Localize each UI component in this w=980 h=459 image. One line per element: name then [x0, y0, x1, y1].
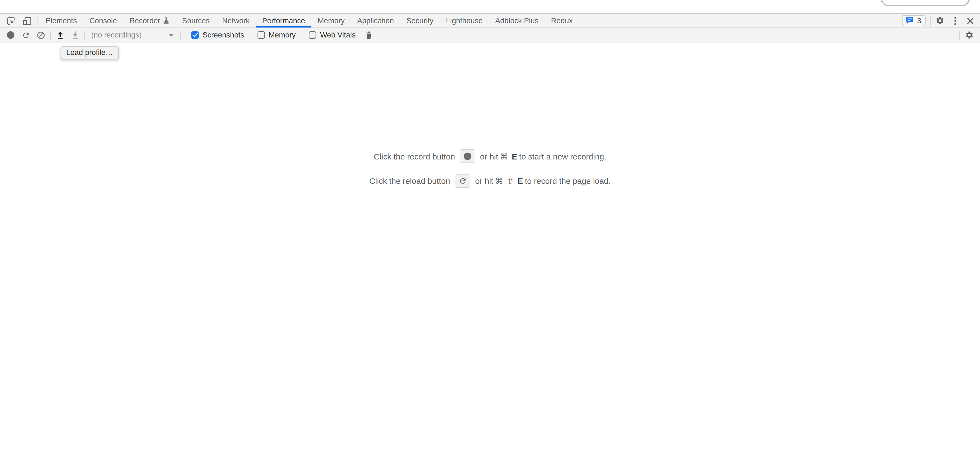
clear-recording-button[interactable] — [33, 28, 48, 42]
inspect-element-button[interactable] — [2, 14, 19, 27]
recordings-select-value: (no recordings) — [91, 30, 142, 39]
performance-toolbar: (no recordings) Screenshots Memory Web V… — [0, 28, 980, 43]
page-top-strip — [0, 0, 980, 13]
empty-state-instructions: Click the record button or hit ⌘ E to st… — [0, 149, 980, 201]
tab-label: Memory — [318, 16, 345, 25]
checkbox-label: Web Vitals — [320, 30, 355, 39]
load-profile-tooltip: Load profile… — [61, 46, 119, 59]
key-e: E — [512, 151, 517, 161]
record-icon — [7, 31, 14, 38]
shift-key-symbol: ⇧ — [507, 176, 514, 185]
close-icon — [967, 17, 974, 24]
gear-icon — [965, 30, 974, 39]
close-devtools-button[interactable] — [963, 14, 978, 27]
tab-label: Sources — [182, 16, 210, 25]
tab-label: Redux — [551, 16, 573, 25]
kebab-menu-icon — [954, 17, 956, 25]
tab-label: Security — [406, 16, 433, 25]
tab-memory[interactable]: Memory — [312, 14, 351, 27]
inspect-cursor-icon — [6, 16, 15, 25]
experiment-flask-icon — [164, 17, 170, 24]
screenshots-checkbox[interactable]: Screenshots — [188, 30, 244, 39]
settings-button[interactable] — [932, 14, 947, 27]
separator — [180, 30, 180, 40]
separator — [84, 30, 85, 40]
more-options-button[interactable] — [947, 14, 963, 27]
main-tabbar: Elements Console Recorder Sources Networ… — [0, 13, 980, 28]
garbage-collect-button[interactable] — [361, 28, 376, 42]
tab-application[interactable]: Application — [351, 14, 400, 27]
checkbox-label: Screenshots — [203, 30, 244, 39]
tab-redux[interactable]: Redux — [545, 14, 579, 27]
tab-security[interactable]: Security — [400, 14, 440, 27]
device-toolbar-icon — [22, 16, 32, 25]
save-profile-button[interactable] — [68, 28, 83, 42]
tab-performance[interactable]: Performance — [256, 14, 312, 27]
download-icon — [71, 31, 79, 39]
recordings-select[interactable]: (no recordings) — [87, 30, 178, 39]
reload-and-record-button[interactable] — [18, 28, 33, 42]
memory-checkbox[interactable]: Memory — [253, 30, 296, 39]
tab-label: Elements — [46, 16, 77, 25]
web-vitals-checkbox[interactable]: Web Vitals — [305, 30, 356, 39]
upload-icon — [56, 31, 64, 39]
chevron-down-icon — [169, 33, 173, 37]
instruction-text: or hit — [480, 151, 498, 161]
cmd-key-symbol: ⌘ — [495, 176, 503, 185]
separator — [959, 30, 960, 40]
tab-lighthouse[interactable]: Lighthouse — [440, 14, 489, 27]
tab-label: Recorder — [129, 16, 160, 25]
tab-sources[interactable]: Sources — [176, 14, 216, 27]
tabbar-right-controls: 3 — [902, 14, 978, 27]
inline-reload-button[interactable] — [456, 174, 469, 187]
instruction-text: to start a new recording. — [519, 151, 606, 161]
issues-counter-button[interactable]: 3 — [902, 15, 926, 26]
tab-adblock-plus[interactable]: Adblock Plus — [489, 14, 545, 27]
partial-popup-pill — [881, 0, 970, 6]
perf-toolbar-right — [958, 28, 977, 42]
tab-label: Performance — [262, 16, 305, 25]
instruction-text: to record the page load. — [525, 176, 611, 185]
tooltip-text: Load profile… — [66, 48, 113, 57]
tab-label: Console — [89, 16, 117, 25]
checkbox-unchecked-icon — [257, 31, 265, 38]
tab-elements[interactable]: Elements — [40, 14, 83, 27]
tab-label: Network — [222, 16, 250, 25]
trash-icon — [365, 31, 372, 39]
instruction-text: Click the reload button — [369, 176, 450, 185]
record-icon — [464, 153, 471, 160]
key-e: E — [518, 176, 523, 185]
tab-console[interactable]: Console — [83, 14, 123, 27]
load-profile-button[interactable] — [52, 28, 68, 42]
record-instruction-row: Click the record button or hit ⌘ E to st… — [374, 149, 606, 164]
gear-icon — [936, 16, 945, 25]
reload-instruction-row: Click the reload button or hit ⌘ ⇧ E to … — [369, 173, 611, 188]
issues-count: 3 — [917, 16, 921, 25]
reload-icon — [458, 177, 467, 185]
record-button[interactable] — [3, 28, 18, 42]
separator — [37, 16, 37, 25]
separator — [50, 30, 51, 40]
performance-panel-content: Click the record button or hit ⌘ E to st… — [0, 42, 980, 201]
tab-recorder[interactable]: Recorder — [123, 14, 176, 27]
cmd-key-symbol: ⌘ — [500, 151, 508, 161]
tab-network[interactable]: Network — [216, 14, 256, 27]
block-icon — [37, 31, 45, 39]
instruction-text: or hit — [475, 176, 493, 185]
tab-label: Application — [357, 16, 394, 25]
checkbox-checked-icon — [191, 31, 199, 38]
checkbox-unchecked-icon — [309, 31, 316, 38]
instruction-text: Click the record button — [374, 151, 455, 161]
reload-icon — [22, 31, 30, 39]
separator — [930, 16, 931, 25]
device-toolbar-button[interactable] — [19, 14, 35, 27]
tab-label: Lighthouse — [446, 16, 483, 25]
tab-label: Adblock Plus — [495, 16, 539, 25]
inline-record-button[interactable] — [461, 149, 474, 163]
issues-bubble-icon — [906, 17, 914, 24]
capture-settings-button[interactable] — [962, 28, 977, 42]
devtools-window: Elements Console Recorder Sources Networ… — [0, 0, 980, 201]
checkbox-label: Memory — [269, 30, 296, 39]
